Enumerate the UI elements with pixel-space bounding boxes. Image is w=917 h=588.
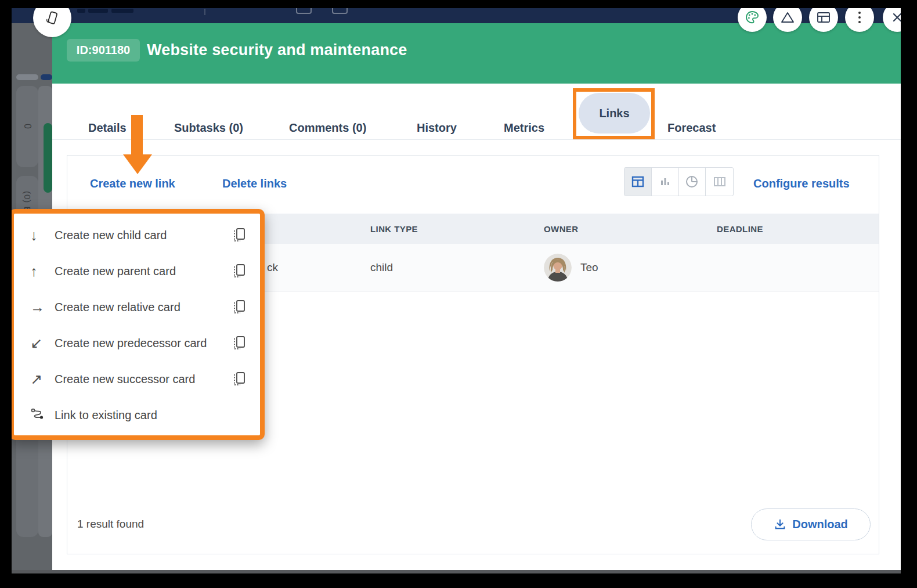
- annotation-links-tab-highlight: [573, 88, 655, 139]
- results-count-text: 1 result found: [77, 518, 144, 531]
- screenshot-frame: [0, 0, 917, 8]
- tab-metrics[interactable]: Metrics: [504, 121, 544, 135]
- create-new-link-button[interactable]: Create new link: [90, 177, 175, 190]
- view-mode-toggle: [624, 167, 734, 196]
- palette-icon: [745, 10, 760, 25]
- cropped-text-remnant: [77, 9, 85, 13]
- menu-item-link-to-existing-card[interactable]: Link to existing card: [14, 397, 260, 433]
- toolbar-divider: [204, 9, 205, 15]
- columns-view-icon: [713, 175, 726, 188]
- collapsed-lane[interactable]: 0: [16, 86, 38, 167]
- card-template-icon: [231, 371, 246, 387]
- column-header-owner[interactable]: OWNER: [544, 224, 579, 234]
- screenshot-frame: [0, 0, 12, 588]
- lane-progress-segment: [16, 74, 38, 80]
- bar-chart-view-button[interactable]: [652, 168, 679, 196]
- board-card-edge: [44, 123, 52, 193]
- download-label: Download: [792, 518, 848, 531]
- arrow-right-icon: →: [30, 299, 55, 316]
- menu-item-create-parent-card[interactable]: ↑ Create new parent card: [14, 253, 260, 289]
- triangle-icon: [780, 10, 795, 25]
- annotation-arrow: [131, 115, 143, 156]
- table-view-icon: [631, 175, 644, 188]
- table-view-button[interactable]: [624, 168, 652, 196]
- arrow-down-left-icon: ↙: [30, 335, 55, 352]
- create-link-dropdown: ↓ Create new child card ↑ Create new par…: [9, 209, 265, 440]
- link-type-cell: child: [370, 261, 393, 274]
- tab-history[interactable]: History: [417, 121, 457, 135]
- pie-chart-view-icon: [685, 175, 699, 189]
- tab-forecast[interactable]: Forecast: [667, 121, 716, 135]
- card-template-icon: [231, 228, 246, 243]
- lane-count-label: 0: [22, 124, 33, 129]
- mobile-device-icon: [44, 9, 61, 27]
- tab-details[interactable]: Details: [88, 121, 127, 135]
- owner-name-cell: Teo: [580, 261, 598, 274]
- configure-results-link[interactable]: Configure results: [753, 177, 850, 190]
- annotation-arrow-head: [123, 154, 152, 174]
- screenshot-frame: [0, 573, 917, 588]
- delete-links-button[interactable]: Delete links: [222, 177, 287, 190]
- tab-subtasks[interactable]: Subtasks (0): [174, 121, 243, 135]
- lane-progress-segment: [41, 74, 52, 80]
- arrow-down-icon: ↓: [30, 227, 55, 244]
- card-template-icon: [231, 336, 246, 351]
- card-title: Website security and maintenance: [147, 41, 407, 59]
- layout-icon: [816, 10, 831, 25]
- menu-item-create-successor-card[interactable]: ↗ Create new successor card: [14, 361, 260, 397]
- column-header-deadline[interactable]: DEADLINE: [717, 224, 763, 234]
- bar-chart-view-icon: [659, 175, 671, 188]
- columns-view-button[interactable]: [706, 168, 733, 196]
- card-template-icon: [231, 300, 246, 315]
- linked-card-name-fragment: ck: [267, 261, 278, 274]
- arrow-up-icon: ↑: [30, 263, 55, 280]
- column-header-link-type[interactable]: LINK TYPE: [370, 224, 418, 234]
- download-icon: [774, 518, 786, 531]
- owner-avatar: [544, 254, 572, 282]
- card-header: ID:901180 Website security and maintenan…: [52, 23, 901, 84]
- more-options-icon: [858, 12, 861, 23]
- tab-comments[interactable]: Comments (0): [289, 121, 366, 135]
- card-template-icon: [231, 264, 246, 279]
- download-button[interactable]: Download: [751, 508, 871, 540]
- card-id-badge: ID:901180: [67, 39, 140, 62]
- cropped-text-remnant: [111, 9, 133, 13]
- link-route-icon: [30, 407, 55, 424]
- arrow-up-right-icon: ↗: [30, 371, 55, 388]
- card-tab-bar: Details Subtasks (0) Comments (0) Histor…: [52, 84, 901, 140]
- menu-item-create-predecessor-card[interactable]: ↙ Create new predecessor card: [14, 325, 260, 361]
- pie-chart-view-button[interactable]: [679, 168, 706, 196]
- screenshot-frame: [901, 0, 917, 588]
- menu-item-create-child-card[interactable]: ↓ Create new child card: [14, 217, 260, 253]
- menu-item-create-relative-card[interactable]: → Create new relative card: [14, 289, 260, 325]
- cropped-text-remnant: [88, 9, 108, 13]
